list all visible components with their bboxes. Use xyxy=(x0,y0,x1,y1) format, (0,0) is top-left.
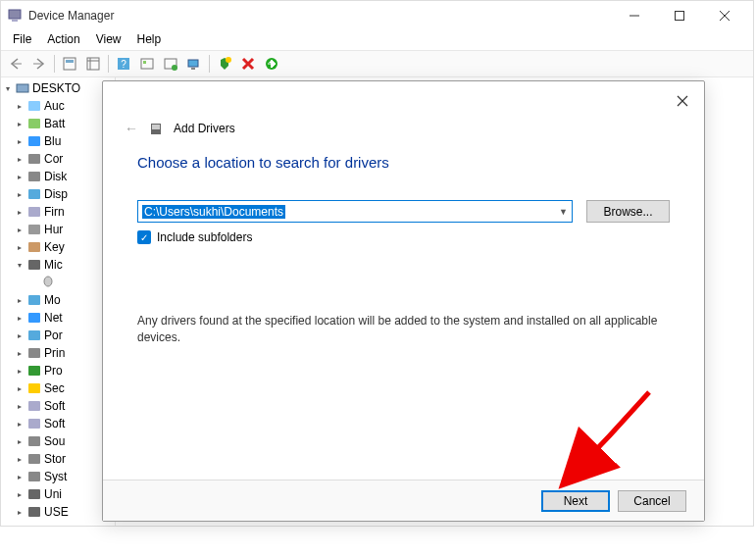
tree-item[interactable]: ▸Batt xyxy=(3,115,113,132)
svg-rect-37 xyxy=(28,401,40,411)
app-icon xyxy=(7,8,23,24)
dialog-body: Choose a location to search for drivers … xyxy=(103,136,704,346)
svg-rect-40 xyxy=(28,454,40,464)
maximize-button[interactable] xyxy=(657,1,702,30)
svg-rect-22 xyxy=(28,136,40,146)
toolbar-icon[interactable] xyxy=(136,53,158,75)
tree-root[interactable]: ▾DESKTO xyxy=(3,79,113,97)
svg-rect-34 xyxy=(28,348,40,358)
dialog-close-button[interactable] xyxy=(671,89,694,113)
dialog-header: ← Add Drivers xyxy=(103,81,704,136)
svg-rect-28 xyxy=(28,242,40,252)
svg-point-14 xyxy=(172,65,177,71)
menu-file[interactable]: File xyxy=(5,30,39,50)
tree-item[interactable]: ▸Prin xyxy=(3,344,113,362)
tree-item[interactable]: ▸Auc xyxy=(3,97,113,115)
dialog-heading: Choose a location to search for drivers xyxy=(137,154,670,171)
svg-rect-20 xyxy=(28,101,40,111)
add-driver-button[interactable] xyxy=(261,53,282,75)
tree-item[interactable]: ▸Sou xyxy=(3,432,113,450)
svg-rect-33 xyxy=(28,330,40,340)
dialog-title: Add Drivers xyxy=(174,122,235,135)
svg-rect-39 xyxy=(28,436,40,446)
svg-rect-1 xyxy=(12,20,18,22)
svg-text:?: ? xyxy=(121,59,126,70)
svg-rect-27 xyxy=(28,225,40,234)
tree-item[interactable]: ▸Uni xyxy=(3,485,113,503)
next-button[interactable]: Next xyxy=(541,490,610,512)
update-driver-button[interactable] xyxy=(214,53,235,75)
dialog-description: Any drivers found at the specified locat… xyxy=(137,313,670,346)
tree-item[interactable]: ▸Soft xyxy=(3,397,113,415)
uninstall-button[interactable] xyxy=(237,53,259,75)
svg-rect-29 xyxy=(28,260,40,270)
svg-rect-26 xyxy=(28,207,40,217)
scan-hardware-button[interactable] xyxy=(183,53,205,75)
back-button[interactable] xyxy=(5,53,26,75)
tree-item[interactable]: ▸Key xyxy=(3,238,113,256)
toolbar-icon[interactable] xyxy=(160,53,181,75)
tree-item[interactable]: ▸Net xyxy=(3,309,113,327)
tree-item[interactable]: ▸Cor xyxy=(3,150,113,168)
tree-item[interactable]: ▸Disp xyxy=(3,185,113,203)
browse-button[interactable]: Browse... xyxy=(586,200,670,223)
svg-rect-31 xyxy=(28,295,40,305)
svg-rect-7 xyxy=(66,60,74,63)
tree-item[interactable]: ▸Firn xyxy=(3,203,113,221)
dialog-footer: Next Cancel xyxy=(103,480,704,521)
tree-item[interactable]: ▸USE xyxy=(3,503,113,521)
chevron-down-icon: ▼ xyxy=(559,207,568,217)
svg-rect-21 xyxy=(28,119,40,128)
window-title: Device Manager xyxy=(28,9,612,23)
svg-rect-0 xyxy=(9,10,21,19)
menu-action[interactable]: Action xyxy=(39,30,87,50)
tree-child-item[interactable] xyxy=(3,274,113,291)
toolbar: ? xyxy=(1,50,753,77)
svg-rect-42 xyxy=(28,489,40,499)
minimize-button[interactable] xyxy=(612,1,657,30)
include-subfolders-checkbox[interactable]: ✓ xyxy=(137,230,151,244)
svg-rect-43 xyxy=(28,507,40,517)
tree-item[interactable]: ▸Hur xyxy=(3,221,113,238)
tree-item[interactable]: ▸Pro xyxy=(3,362,113,379)
svg-rect-41 xyxy=(28,472,40,481)
svg-rect-35 xyxy=(28,366,40,376)
device-tree[interactable]: ▾DESKTO▸Auc▸Batt▸Blu▸Cor▸Disk▸Disp▸Firn▸… xyxy=(1,77,116,526)
tree-item[interactable]: ▸Soft xyxy=(3,415,113,432)
show-hidden-button[interactable] xyxy=(59,53,80,75)
tree-item[interactable]: ▸Por xyxy=(3,327,113,344)
include-subfolders-label: Include subfolders xyxy=(157,230,252,244)
menu-help[interactable]: Help xyxy=(129,30,170,50)
svg-rect-11 xyxy=(141,59,153,69)
svg-rect-12 xyxy=(143,61,146,64)
tree-item[interactable]: ▸Stor xyxy=(3,450,113,468)
cancel-button[interactable]: Cancel xyxy=(618,490,686,512)
svg-rect-6 xyxy=(64,58,76,70)
svg-rect-25 xyxy=(28,189,40,199)
svg-rect-36 xyxy=(28,383,40,393)
toolbar-icon[interactable] xyxy=(82,53,104,75)
svg-rect-23 xyxy=(28,154,40,164)
svg-point-30 xyxy=(44,277,52,286)
help-button[interactable]: ? xyxy=(113,53,134,75)
tree-item[interactable]: ▸Syst xyxy=(3,468,113,485)
svg-point-17 xyxy=(226,57,231,63)
window-controls xyxy=(612,1,747,30)
back-arrow-icon[interactable]: ← xyxy=(125,121,138,136)
svg-rect-16 xyxy=(191,68,195,70)
tree-item[interactable]: ▸Sec xyxy=(3,379,113,397)
tree-item[interactable]: ▸Mo xyxy=(3,291,113,309)
svg-rect-8 xyxy=(87,58,99,70)
path-combobox[interactable]: C:\Users\sukhi\Documents ▼ xyxy=(137,200,573,223)
tree-item[interactable]: ▸Disk xyxy=(3,168,113,185)
svg-rect-19 xyxy=(17,84,28,92)
close-button[interactable] xyxy=(702,1,747,30)
tree-item[interactable]: ▸Blu xyxy=(3,132,113,150)
svg-rect-32 xyxy=(28,313,40,323)
titlebar: Device Manager xyxy=(1,1,753,30)
forward-button[interactable] xyxy=(28,53,50,75)
svg-rect-38 xyxy=(28,419,40,429)
drive-icon xyxy=(148,121,164,136)
menu-view[interactable]: View xyxy=(88,30,129,50)
tree-item[interactable]: ▾Mic xyxy=(3,256,113,274)
